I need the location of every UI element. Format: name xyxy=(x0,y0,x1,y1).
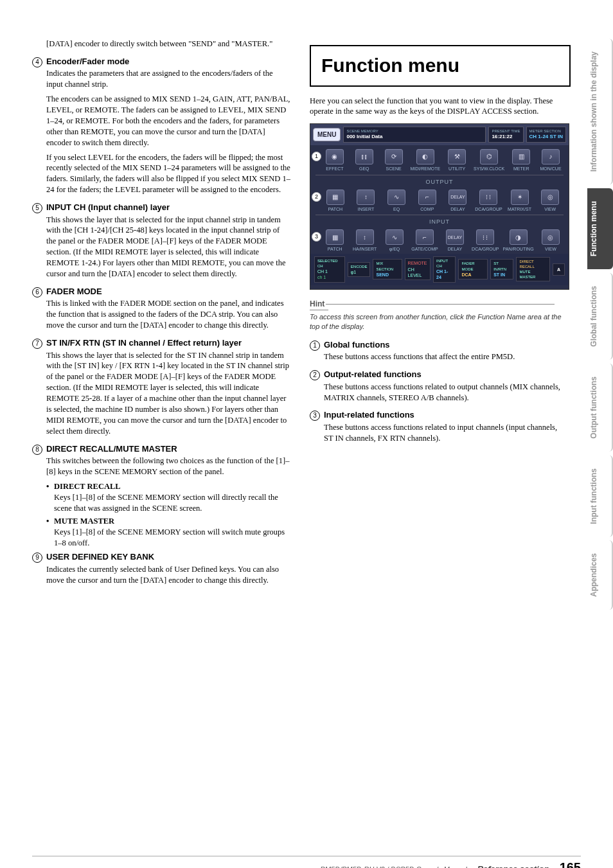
item-title: Output-related functions xyxy=(324,369,568,380)
out-dca-group-button[interactable]: ⫶⫶DCA/GROUP xyxy=(475,190,502,212)
in-gate-comp-button[interactable]: ⌐GATE/COMP xyxy=(411,229,438,252)
list-item: 2 Output-related functions These buttons… xyxy=(310,369,568,407)
screenshot-header: MENU SCENE MEMORY 000 Initial Data PRESE… xyxy=(310,124,569,145)
tab-input-functions[interactable]: Input functions xyxy=(587,456,613,537)
mon-cue-button[interactable]: ♪MON/CUE xyxy=(538,149,564,172)
left-column: [DATA] encoder to directly switch betwee… xyxy=(32,39,290,592)
out-matrix-st-button[interactable]: ✶MATRIX/ST xyxy=(506,190,533,212)
item-title: DIRECT RECALL/MUTE MASTER xyxy=(46,443,290,455)
bullet-mark: • xyxy=(46,516,54,549)
selected-ch-box: SELECTED CH CH 1 ch 1 xyxy=(314,256,345,283)
row-marker-1: 1 xyxy=(312,152,321,161)
continuation-text: [DATA] encoder to directly switch betwee… xyxy=(46,39,290,49)
item-para: Indicates the parameters that are assign… xyxy=(46,68,290,90)
item-marker: 2 xyxy=(310,369,324,407)
bank-box: A xyxy=(553,263,565,276)
item-para: The encoders can be assigned to MIX SEND… xyxy=(46,94,290,148)
in-view-button[interactable]: ◎VIEW xyxy=(538,229,564,252)
row-marker-2: 2 xyxy=(312,192,321,202)
time-box: PRESENT TIME 16:21:22 xyxy=(488,127,523,143)
item-title: FADER MODE xyxy=(46,286,290,297)
scene-button[interactable]: ⟳SCENE xyxy=(381,149,407,172)
side-tabs: Information shown in the display Functio… xyxy=(587,39,613,614)
item-marker: 9 xyxy=(32,551,46,589)
bullet-title: DIRECT RECALL xyxy=(54,481,290,492)
page-footer: PM5D/PM5D-RH V2 / DSP5D Owner's Manual R… xyxy=(32,856,581,868)
menu-button[interactable]: MENU xyxy=(313,128,341,142)
list-item: 6 FADER MODE This is linked with the FAD… xyxy=(32,286,290,335)
item-para: These buttons access functions that affe… xyxy=(324,351,568,362)
item-marker: 8 xyxy=(32,443,46,549)
item-para: This switches between the following two … xyxy=(46,456,290,477)
mix-section-box: MIX SECTION SEND xyxy=(373,259,402,279)
page-number: 165 xyxy=(560,860,581,868)
menu-screenshot: MENU SCENE MEMORY 000 Initial Data PRESE… xyxy=(310,123,569,290)
item-title: USER DEFINED KEY BANK xyxy=(46,551,290,563)
item-marker: 7 xyxy=(32,337,46,441)
item-para: This shows the layer that is selected fo… xyxy=(46,350,290,437)
sys-wclock-button[interactable]: ⌬SYS/W.CLOCK xyxy=(474,149,504,172)
hint-text: To access this screen from another funct… xyxy=(310,312,568,332)
item-para: These buttons access functions related t… xyxy=(324,422,568,444)
in-delay-button[interactable]: DELAYDELAY xyxy=(442,229,468,252)
tab-global-functions[interactable]: Global functions xyxy=(587,273,613,360)
item-para: This shows the layer that is selected fo… xyxy=(46,215,290,279)
list-item: 9 USER DEFINED KEY BANK Indicates the cu… xyxy=(32,551,290,589)
in-dca-group-button[interactable]: ⫶⫶DCA/GROUP xyxy=(472,229,499,252)
output-section-label: OUTPUT xyxy=(310,178,569,186)
out-view-button[interactable]: ◎VIEW xyxy=(537,190,564,212)
list-item: 4 Encoder/Fader mode Indicates the param… xyxy=(32,56,290,199)
right-column: Function menu Here you can select the fu… xyxy=(310,39,581,592)
item-marker: 5 xyxy=(32,202,46,283)
input-row: 3 ▦PATCH ↕HA/INSERT ∿φ/EQ ⌐GATE/COMP DEL… xyxy=(310,226,569,253)
item-marker: 3 xyxy=(310,409,324,447)
screenshot-bottom-bar: SELECTED CH CH 1 ch 1 ENCODE φ1 MIX SECT… xyxy=(310,254,569,285)
midi-remote-button[interactable]: ◐MIDI/REMOTE xyxy=(411,149,441,172)
out-insert-button[interactable]: ↕INSERT xyxy=(353,190,380,212)
out-delay-button[interactable]: DELAYDELAY xyxy=(445,190,472,212)
tab-appendices[interactable]: Appendices xyxy=(587,540,613,610)
bullet-item: • DIRECT RECALL Keys [1]–[8] of the SCEN… xyxy=(46,481,290,514)
list-item: 1 Global functions These buttons access … xyxy=(310,339,568,366)
item-para: Indicates the currently selected bank of… xyxy=(46,564,290,586)
meter-section-box: METER SECTION CH 1-24 ST IN xyxy=(526,127,566,143)
list-item: 5 INPUT CH (Input channel) layer This sh… xyxy=(32,202,290,283)
item-title: INPUT CH (Input channel) layer xyxy=(46,202,290,213)
item-title: Global functions xyxy=(324,339,568,351)
tab-function-menu[interactable]: Function menu xyxy=(587,188,613,269)
geq-button[interactable]: ⫿⫿GEQ xyxy=(351,149,377,172)
row-marker-3: 3 xyxy=(312,232,321,242)
input-ch-box: INPUT CH CH 1-24 xyxy=(433,256,456,283)
fader-mode-box: FADER MODE DCA xyxy=(458,259,488,279)
page: [DATA] encoder to directly switch betwee… xyxy=(0,0,613,868)
input-section-label: INPUT xyxy=(310,218,569,226)
utility-button[interactable]: ⚒UTILITY xyxy=(444,149,470,172)
list-item: 8 DIRECT RECALL/MUTE MASTER This switche… xyxy=(32,443,290,549)
in-pan-routing-button[interactable]: ◑PAN/ROUTING xyxy=(503,229,534,252)
item-para: If you select LEVEL for the encoders, th… xyxy=(46,152,290,196)
effect-button[interactable]: ◉EFFECT xyxy=(322,149,348,172)
item-marker: 1 xyxy=(310,339,324,366)
manual-name: PM5D/PM5D-RH V2 / DSP5D Owner's Manual xyxy=(320,865,466,868)
bullet-item: • MUTE MASTER Keys [1]–[8] of the SCENE … xyxy=(46,516,290,549)
continuation-paragraph: [DATA] encoder to directly switch betwee… xyxy=(32,39,290,53)
section-name: Reference section xyxy=(477,864,549,868)
list-item: 3 Input-related functions These buttons … xyxy=(310,409,568,447)
in-ha-insert-button[interactable]: ↕HA/INSERT xyxy=(351,229,377,252)
function-menu-heading: Function menu xyxy=(310,45,571,87)
bullet-text: Keys [1]–[8] of the SCENE MEMORY section… xyxy=(54,492,290,514)
in-patch-button[interactable]: ▦PATCH xyxy=(322,229,348,252)
intro-paragraph: Here you can select the function that yo… xyxy=(310,96,568,118)
output-row: 2 ▦PATCH ↕INSERT ∿EQ ⌐COMP DELAYDELAY ⫶⫶… xyxy=(310,186,569,213)
item-para: These buttons access functions related t… xyxy=(324,382,568,403)
out-patch-button[interactable]: ▦PATCH xyxy=(322,190,349,212)
stin-box: ST IN/RTN ST IN xyxy=(490,259,513,279)
meter-button[interactable]: ▥METER xyxy=(508,149,534,172)
in-phi-eq-button[interactable]: ∿φ/EQ xyxy=(382,229,407,252)
remote-box: REMOTE CH LEVEL xyxy=(405,258,431,280)
tab-info-display[interactable]: Information shown in the display xyxy=(587,39,613,184)
tab-output-functions[interactable]: Output functions xyxy=(587,364,613,452)
item-marker: 4 xyxy=(32,56,46,199)
out-eq-button[interactable]: ∿EQ xyxy=(383,190,410,212)
out-comp-button[interactable]: ⌐COMP xyxy=(414,190,441,212)
